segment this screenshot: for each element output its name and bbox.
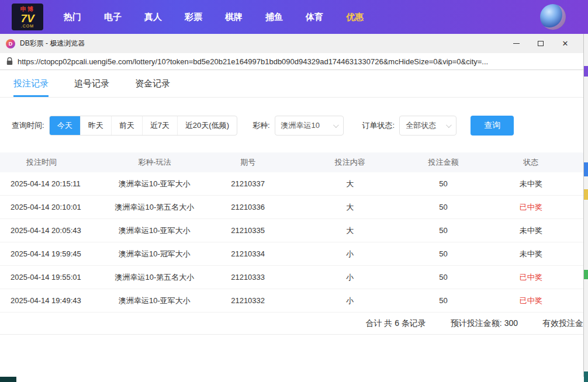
window-titlebar: D DB彩票 - 极速浏览器 ✕: [0, 34, 583, 53]
order-status-select-value: 全部状态: [406, 120, 436, 131]
screen: 申博 7V .COM 热门 电子 真人 彩票 棋牌 捕鱼 体育 优惠 D DB彩…: [0, 0, 588, 382]
summary-total-count: 合计 共 6 条记录: [365, 318, 426, 329]
address-bar[interactable]: https://ctopcp02pcali.uengi5e.com/lotter…: [0, 53, 583, 70]
summary-expected-amount: 预计投注金额: 300: [451, 318, 518, 329]
nav-item-promos[interactable]: 优惠: [346, 12, 364, 23]
cell-play: 澳洲幸运10-第五名大小: [105, 202, 205, 213]
time-option-20days[interactable]: 近20天(低频): [177, 116, 237, 135]
tab-fund-records[interactable]: 资金记录: [135, 70, 170, 97]
brand-logo[interactable]: 申博 7V .COM: [12, 4, 43, 30]
casino-top-nav: 申博 7V .COM 热门 电子 真人 彩票 棋牌 捕鱼 体育 优惠: [0, 0, 588, 34]
cell-status: 已中奖: [478, 202, 583, 213]
cell-content: 小: [292, 249, 409, 259]
window-title: DB彩票 - 极速浏览器: [20, 39, 85, 48]
cell-status: 未中奖: [478, 225, 583, 236]
cell-issue: 21210333: [204, 273, 292, 282]
nav-item-live[interactable]: 真人: [144, 12, 162, 23]
cell-issue: 21210334: [204, 249, 292, 258]
cell-play: 澳洲幸运10-亚军大小: [105, 225, 205, 236]
header-issue: 期号: [204, 157, 292, 168]
table-row: 2025-04-14 20:10:01 澳洲幸运10-第五名大小 2121033…: [0, 196, 583, 219]
cell-issue: 21210335: [204, 226, 292, 235]
cell-time: 2025-04-14 19:59:45: [0, 249, 105, 258]
chevron-down-icon: [446, 122, 452, 128]
lottery-filter-label: 彩种:: [253, 120, 270, 131]
filter-bar: 查询时间: 今天 昨天 前天 近7天 近20天(低频) 彩种: 澳洲幸运10 订…: [0, 115, 583, 136]
sliver-block: [584, 371, 588, 382]
cell-amount: 50: [409, 296, 479, 305]
nav-item-slots[interactable]: 电子: [104, 12, 122, 23]
page-content: 投注记录 追号记录 资金记录 查询时间: 今天 昨天 前天 近7天 近20天(低…: [0, 70, 583, 377]
brand-logo-text-mid: 7V: [20, 13, 34, 24]
time-option-today[interactable]: 今天: [50, 116, 80, 135]
query-button[interactable]: 查询: [471, 116, 514, 136]
chevron-down-icon: [333, 122, 339, 128]
cell-amount: 50: [409, 203, 479, 211]
lottery-select-value: 澳洲幸运10: [281, 120, 320, 131]
cell-play: 澳洲幸运10-冠军大小: [105, 249, 205, 259]
lock-icon: [6, 57, 13, 65]
background-page-sliver: [584, 34, 588, 382]
close-button[interactable]: ✕: [553, 34, 577, 53]
record-tabs: 投注记录 追号记录 资金记录: [0, 70, 583, 98]
cell-amount: 50: [409, 179, 479, 188]
user-avatar[interactable]: [540, 4, 566, 30]
header-bet-time: 投注时间: [0, 157, 105, 168]
cell-content: 大: [292, 179, 409, 189]
nav-item-lottery[interactable]: 彩票: [185, 12, 202, 23]
cell-play: 澳洲幸运10-亚军大小: [105, 296, 205, 306]
table-row: 2025-04-14 19:55:01 澳洲幸运10-第五名大小 2121033…: [0, 266, 583, 289]
sliver-block: [584, 270, 588, 279]
time-filter-label: 查询时间:: [12, 120, 44, 131]
cell-status: 未中奖: [478, 249, 583, 259]
cell-status: 已中奖: [478, 296, 583, 306]
order-status-filter-label: 订单状态:: [362, 120, 395, 131]
app-icon: D: [6, 39, 15, 48]
cell-time: 2025-04-14 20:10:01: [0, 203, 105, 211]
order-status-select[interactable]: 全部状态: [399, 116, 456, 136]
cell-content: 小: [292, 272, 409, 283]
tab-bet-records[interactable]: 投注记录: [13, 70, 49, 97]
cell-status: 已中奖: [478, 272, 583, 283]
url-text: https://ctopcp02pcali.uengi5e.com/lotter…: [18, 57, 488, 66]
header-bet-amount: 投注金额: [409, 157, 479, 168]
cell-status: 未中奖: [478, 179, 583, 189]
lottery-select[interactable]: 澳洲幸运10: [275, 116, 344, 136]
table-header-row: 投注时间 彩种-玩法 期号 投注内容 投注金额 状态: [0, 152, 583, 172]
maximize-button[interactable]: [528, 34, 553, 53]
cell-issue: 21210332: [204, 296, 292, 305]
time-range-segment: 今天 昨天 前天 近7天 近20天(低频): [49, 116, 237, 136]
background-page-sliver-bottom: [0, 377, 584, 382]
minimize-button[interactable]: [504, 34, 528, 53]
cell-time: 2025-04-14 19:49:43: [0, 296, 105, 305]
main-nav: 热门 电子 真人 彩票 棋牌 捕鱼 体育 优惠: [64, 12, 364, 23]
cell-issue: 21210336: [204, 203, 292, 211]
bet-records-table: 投注时间 彩种-玩法 期号 投注内容 投注金额 状态 2025-04-14 20…: [0, 152, 583, 335]
cell-amount: 50: [409, 273, 479, 282]
sliver-block: [584, 189, 588, 200]
sliver-block: [0, 377, 16, 382]
table-row: 2025-04-14 19:49:43 澳洲幸运10-亚军大小 21210332…: [0, 289, 583, 312]
tab-chase-records[interactable]: 追号记录: [74, 70, 109, 97]
nav-item-cards[interactable]: 棋牌: [225, 12, 243, 23]
sliver-block: [584, 66, 588, 77]
cell-amount: 50: [409, 249, 479, 258]
brand-logo-text-bottom: .COM: [21, 24, 34, 28]
nav-item-fishing[interactable]: 捕鱼: [265, 12, 283, 23]
time-option-7days[interactable]: 近7天: [142, 116, 177, 135]
browser-window: D DB彩票 - 极速浏览器 ✕ https://ctopcp02pcali.u…: [0, 34, 584, 377]
sliver-block: [584, 162, 588, 176]
cell-play: 澳洲幸运10-第五名大小: [105, 272, 205, 283]
nav-item-sports[interactable]: 体育: [306, 12, 323, 23]
cell-content: 大: [292, 202, 409, 213]
summary-valid-amount: 有效投注金额: [542, 318, 583, 329]
cell-amount: 50: [409, 226, 479, 235]
window-controls: ✕: [504, 34, 577, 53]
cell-time: 2025-04-14 20:05:43: [0, 226, 105, 235]
time-option-day-before[interactable]: 前天: [111, 116, 142, 135]
cell-content: 大: [292, 225, 409, 236]
nav-item-hot[interactable]: 热门: [64, 12, 81, 23]
table-row: 2025-04-14 20:15:11 澳洲幸运10-亚军大小 21210337…: [0, 172, 583, 196]
cell-play: 澳洲幸运10-亚军大小: [105, 179, 205, 189]
time-option-yesterday[interactable]: 昨天: [80, 116, 111, 135]
